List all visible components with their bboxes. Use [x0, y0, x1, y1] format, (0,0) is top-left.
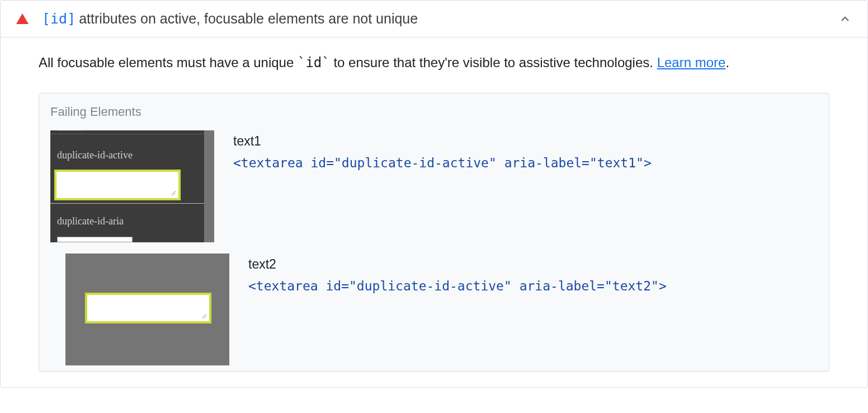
failing-elements-title: Failing Elements: [50, 105, 141, 119]
failing-element-name: text1: [233, 134, 818, 149]
audit-title: [id] attributes on active, focusable ele…: [42, 11, 838, 27]
chevron-up-icon[interactable]: [838, 12, 852, 26]
audit-desc-code: `id`: [298, 55, 330, 71]
audit-desc-suffix: to ensure that they're visible to assist…: [330, 55, 657, 70]
failing-element-details: text1 <textarea id="duplicate-id-active"…: [233, 130, 818, 170]
error-triangle-icon: [16, 13, 29, 24]
failing-elements-header: Failing Elements: [39, 93, 829, 125]
audit-desc-period: .: [725, 55, 729, 70]
audit-description: All focusable elements must have a uniqu…: [39, 53, 829, 73]
failing-element-details: text2 <textarea id="duplicate-id-active"…: [248, 254, 818, 293]
failing-element-snippet: <textarea id="duplicate-id-active" aria-…: [248, 279, 818, 293]
thumb-highlight-box: [54, 170, 181, 200]
thumb-highlight-box: [85, 293, 211, 323]
audit-header-row[interactable]: [id] attributes on active, focusable ele…: [1, 1, 867, 37]
failing-element-snippet: <textarea id="duplicate-id-active" aria-…: [233, 156, 818, 170]
thumb-label-1: duplicate-id-active: [57, 149, 133, 161]
audit-title-text: attributes on active, focusable elements…: [79, 11, 418, 27]
thumb-label-2: duplicate-id-aria: [57, 215, 124, 227]
learn-more-link[interactable]: Learn more: [657, 55, 726, 70]
element-thumbnail: dlitem duplicate-id-active duplicate-id-…: [50, 130, 214, 242]
failing-element-name: text2: [248, 257, 818, 272]
failing-element-row[interactable]: dlitem duplicate-id-active duplicate-id-…: [39, 125, 829, 248]
failing-element-row[interactable]: text2 <textarea id="duplicate-id-active"…: [39, 248, 829, 371]
audit-panel: [id] attributes on active, focusable ele…: [0, 0, 868, 388]
audit-body: All focusable elements must have a uniqu…: [1, 37, 867, 387]
failing-elements-panel: Failing Elements dlitem duplicate-id-act…: [39, 93, 829, 372]
audit-desc-prefix: All focusable elements must have a uniqu…: [39, 55, 298, 70]
audit-code-badge: [id]: [42, 11, 76, 27]
element-thumbnail: [65, 254, 229, 365]
